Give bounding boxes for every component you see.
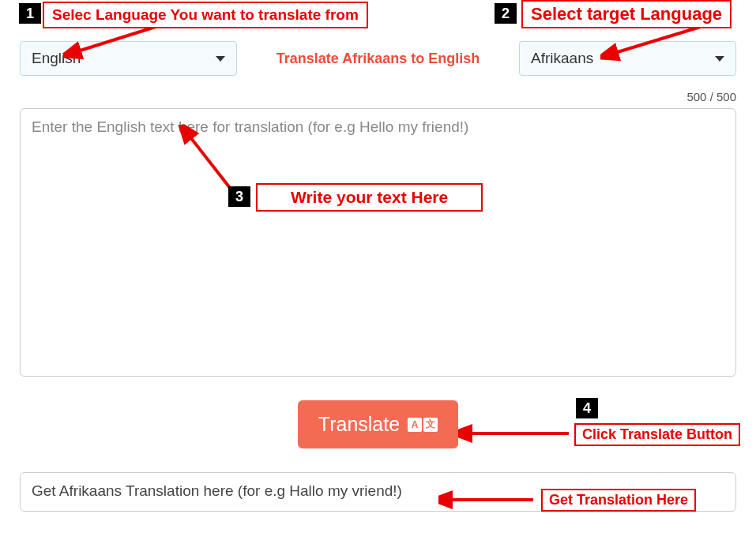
translate-button[interactable]: Translate A文 (298, 400, 458, 448)
target-language-select[interactable]: Afrikaans (519, 41, 736, 76)
page-headline: Translate Afrikaans to English (253, 51, 503, 67)
annotation-number-2: 2 (495, 3, 517, 24)
annotation-number-1: 1 (19, 3, 41, 24)
annotation-callout-4: Click Translate Button (574, 423, 740, 446)
caret-down-icon (216, 56, 225, 62)
translate-button-label: Translate (318, 413, 400, 436)
source-text-input[interactable] (20, 108, 736, 377)
annotation-callout-1: Selec Language You want to translate fro… (43, 2, 368, 28)
annotation-number-4: 4 (576, 398, 598, 418)
annotation-number-3: 3 (228, 186, 250, 207)
source-language-value: English (32, 50, 81, 67)
target-language-value: Afrikaans (531, 50, 593, 67)
source-language-select[interactable]: English (20, 41, 237, 76)
caret-down-icon (715, 56, 724, 62)
annotation-callout-3: Write your text Here (256, 183, 483, 212)
translate-icon: A文 (408, 418, 438, 432)
annotation-callout-2: Select target Language (521, 0, 732, 28)
annotation-callout-5: Get Translation Here (541, 489, 696, 512)
char-counter: 500 / 500 (20, 90, 736, 103)
